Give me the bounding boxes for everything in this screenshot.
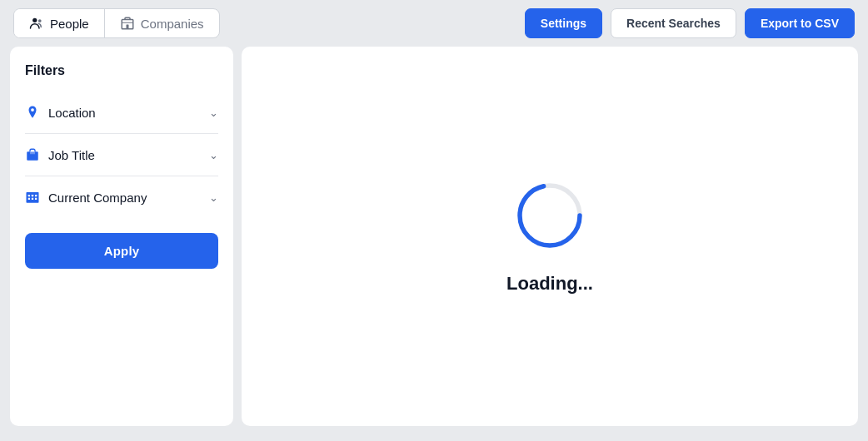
- svg-rect-4: [126, 25, 128, 29]
- tab-companies[interactable]: Companies: [105, 9, 219, 37]
- people-icon: [29, 16, 44, 31]
- svg-rect-13: [32, 198, 33, 200]
- recent-searches-button[interactable]: Recent Searches: [611, 8, 736, 38]
- filter-location-label: Location: [48, 106, 201, 120]
- svg-rect-7: [30, 151, 35, 154]
- svg-rect-11: [35, 195, 37, 196]
- company-chevron-icon: ⌄: [209, 191, 218, 204]
- nav-right: Settings Recent Searches Export to CSV: [525, 8, 855, 38]
- export-csv-button[interactable]: Export to CSV: [745, 8, 855, 38]
- svg-point-0: [32, 18, 37, 22]
- svg-rect-12: [28, 198, 30, 200]
- location-chevron-icon: ⌄: [209, 107, 218, 119]
- svg-rect-10: [32, 195, 33, 196]
- job-title-chevron-icon: ⌄: [209, 149, 218, 161]
- svg-point-1: [38, 19, 42, 22]
- svg-rect-9: [28, 195, 30, 196]
- filter-job-title[interactable]: Job Title ⌄: [25, 134, 218, 176]
- company-icon: [25, 190, 40, 205]
- filter-job-title-label: Job Title: [48, 148, 201, 162]
- content-area: Loading...: [242, 47, 858, 426]
- top-nav: People Companies Settings Recent Searche…: [0, 0, 868, 47]
- svg-point-5: [31, 108, 34, 111]
- apply-button[interactable]: Apply: [25, 233, 218, 269]
- svg-rect-14: [35, 198, 37, 200]
- sidebar: Filters Location ⌄ Job Title ⌄: [10, 47, 233, 426]
- job-title-icon: [25, 147, 40, 162]
- settings-button[interactable]: Settings: [525, 8, 602, 38]
- filter-current-company-label: Current Company: [48, 191, 201, 205]
- tab-people[interactable]: People: [14, 9, 104, 37]
- tab-people-label: People: [50, 17, 89, 31]
- companies-icon: [120, 16, 135, 31]
- filters-title: Filters: [25, 63, 218, 78]
- main-layout: Filters Location ⌄ Job Title ⌄: [0, 47, 868, 436]
- filter-location[interactable]: Location ⌄: [25, 92, 218, 134]
- loading-spinner: [512, 178, 587, 253]
- location-icon: [25, 105, 40, 120]
- tab-group: People Companies: [13, 8, 220, 38]
- loading-text: Loading...: [506, 273, 593, 295]
- tab-companies-label: Companies: [141, 17, 204, 31]
- spinner-container: Loading...: [506, 178, 593, 295]
- svg-rect-8: [27, 192, 39, 203]
- filter-current-company[interactable]: Current Company ⌄: [25, 176, 218, 218]
